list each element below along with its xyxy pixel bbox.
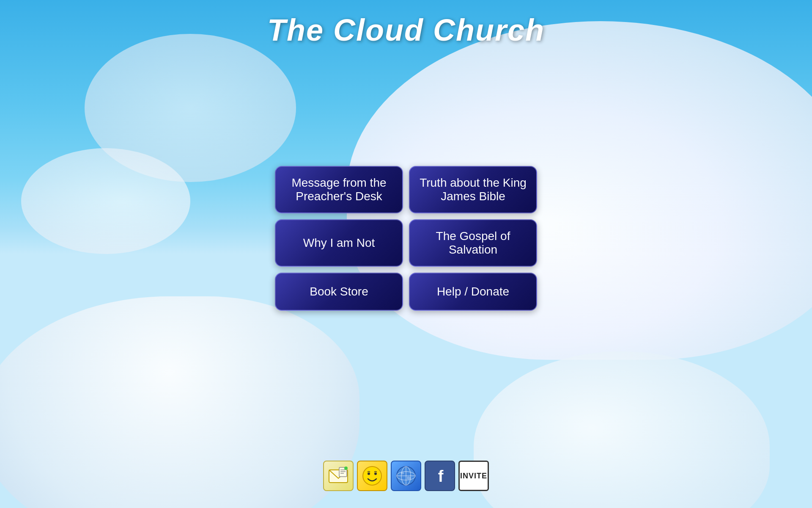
main-content: The Cloud Church Message from the Preach… [0, 0, 812, 508]
svg-point-5 [344, 467, 348, 470]
nav-help-donate-button[interactable]: Help / Donate [409, 273, 537, 311]
nav-gospel-salvation-button[interactable]: The Gospel of Salvation [409, 219, 537, 267]
svg-point-8 [374, 472, 377, 475]
icon-bar: f INVITE [323, 461, 489, 491]
smiley-icon [361, 465, 383, 487]
facebook-icon-button[interactable]: f [425, 461, 455, 491]
svg-point-6 [363, 467, 381, 485]
site-title: The Cloud Church [267, 13, 545, 47]
smiley-icon-button[interactable] [357, 461, 387, 491]
nav-kjv-bible-button[interactable]: Truth about the King James Bible [409, 166, 537, 213]
nav-why-not-button[interactable]: Why I am Not [275, 219, 403, 267]
nav-preacher-desk-button[interactable]: Message from the Preacher's Desk [275, 166, 403, 213]
facebook-icon: f [429, 465, 451, 487]
svg-point-7 [368, 472, 370, 475]
invite-label: INVITE [460, 472, 487, 480]
email-icon [327, 465, 349, 487]
svg-text:f: f [438, 467, 444, 485]
globe-icon [395, 465, 417, 487]
nav-book-store-button[interactable]: Book Store [275, 273, 403, 311]
email-icon-button[interactable] [323, 461, 354, 491]
invite-icon-button[interactable]: INVITE [458, 461, 489, 491]
nav-grid: Message from the Preacher's Desk Truth a… [275, 166, 537, 311]
globe-icon-button[interactable] [391, 461, 421, 491]
